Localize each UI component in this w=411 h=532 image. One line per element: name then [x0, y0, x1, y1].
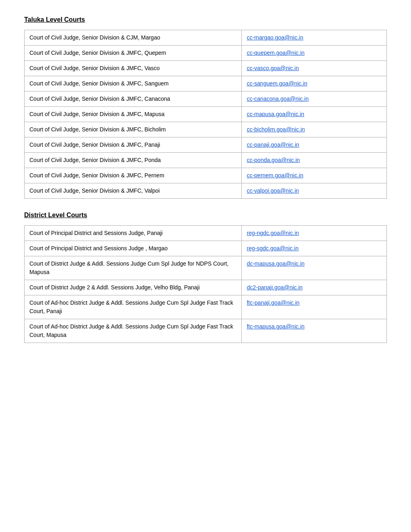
court-email-link[interactable]: cc-pernem.goa@nic.in — [247, 172, 303, 179]
table-row: Court of Civil Judge, Senior Division & … — [25, 183, 387, 199]
taluka-table: Court of Civil Judge, Senior Division & … — [24, 30, 387, 199]
district-section-title: District Level Courts — [24, 212, 387, 219]
table-row: Court of Civil Judge, Senior Division & … — [25, 46, 387, 61]
table-row: Court of Civil Judge, Senior Division & … — [25, 122, 387, 137]
court-email-link[interactable]: dc2-panaji.goa@nic.in — [247, 284, 303, 291]
table-row: Court of District Judge 2 & Addl. Sessio… — [25, 280, 387, 295]
court-email-link[interactable]: reg-sgdc.goa@nic.in — [247, 245, 299, 251]
court-email-cell: cc-margao.goa@nic.in — [242, 30, 387, 46]
court-name: Court of District Judge & Addl. Sessions… — [25, 256, 242, 280]
table-row: Court of District Judge & Addl. Sessions… — [25, 256, 387, 280]
table-row: Court of Ad-hoc District Judge & Addl. S… — [25, 295, 387, 319]
court-email-cell: cc-valpoi.goa@nic.in — [242, 183, 387, 199]
court-email-cell: cc-sanguem.goa@nic.in — [242, 76, 387, 91]
court-email-link[interactable]: ftc-panaji.goa@nic.in — [247, 299, 299, 306]
table-row: Court of Civil Judge, Senior Division & … — [25, 91, 387, 107]
table-row: Court of Civil Judge, Senior Division & … — [25, 137, 387, 153]
court-email-cell: cc-panaji.goa@nic.in — [242, 137, 387, 153]
court-email-cell: cc-mapusa.goa@nic.in — [242, 107, 387, 122]
district-table: Court of Principal District and Sessions… — [24, 225, 387, 343]
court-email-link[interactable]: dc-mapusa.goa@nic.in — [247, 260, 304, 267]
table-row: Court of Civil Judge, Senior Division & … — [25, 168, 387, 183]
table-row: Court of Ad-hoc District Judge & Addl. S… — [25, 319, 387, 343]
court-email-link[interactable]: cc-quepem.goa@nic.in — [247, 50, 304, 56]
court-email-link[interactable]: ftc-mapusa.goa@nic.in — [247, 323, 304, 330]
table-row: Court of Civil Judge, Senior Division & … — [25, 153, 387, 168]
court-name: Court of District Judge 2 & Addl. Sessio… — [25, 280, 242, 295]
district-section: District Level Courts Court of Principal… — [24, 212, 387, 343]
court-email-link[interactable]: cc-panaji.goa@nic.in — [247, 141, 299, 148]
table-row: Court of Civil Judge, Senior Division & … — [25, 61, 387, 76]
court-name: Court of Civil Judge, Senior Division & … — [25, 168, 242, 183]
table-row: Court of Civil Judge, Senior Division & … — [25, 76, 387, 91]
court-email-link[interactable]: cc-sanguem.goa@nic.in — [247, 80, 307, 87]
table-row: Court of Principal District and Sessions… — [25, 226, 387, 241]
court-email-cell: dc2-panaji.goa@nic.in — [242, 280, 387, 295]
court-email-link[interactable]: cc-bicholim.goa@nic.in — [247, 126, 305, 133]
court-name: Court of Civil Judge, Senior Division & … — [25, 30, 242, 46]
court-email-cell: reg-sgdc.goa@nic.in — [242, 241, 387, 256]
court-name: Court of Civil Judge, Senior Division & … — [25, 183, 242, 199]
court-name: Court of Civil Judge, Senior Division & … — [25, 76, 242, 91]
court-email-link[interactable]: cc-ponda.goa@nic.in — [247, 157, 300, 163]
table-row: Court of Civil Judge, Senior Division & … — [25, 30, 387, 46]
court-email-link[interactable]: cc-margao.goa@nic.in — [247, 34, 303, 41]
court-email-cell: cc-ponda.goa@nic.in — [242, 153, 387, 168]
court-email-link[interactable]: cc-canacona.goa@nic.in — [247, 96, 309, 102]
court-name: Court of Civil Judge, Senior Division & … — [25, 46, 242, 61]
court-email-cell: cc-quepem.goa@nic.in — [242, 46, 387, 61]
court-name: Court of Civil Judge, Senior Division & … — [25, 107, 242, 122]
court-email-cell: ftc-mapusa.goa@nic.in — [242, 319, 387, 343]
court-name: Court of Ad-hoc District Judge & Addl. S… — [25, 295, 242, 319]
taluka-section: Taluka Level Courts Court of Civil Judge… — [24, 16, 387, 199]
court-email-cell: dc-mapusa.goa@nic.in — [242, 256, 387, 280]
court-email-cell: ftc-panaji.goa@nic.in — [242, 295, 387, 319]
court-name: Court of Principal District and Sessions… — [25, 241, 242, 256]
court-name: Court of Civil Judge, Senior Division & … — [25, 122, 242, 137]
taluka-section-title: Taluka Level Courts — [24, 16, 387, 23]
court-email-cell: cc-canacona.goa@nic.in — [242, 91, 387, 107]
court-name: Court of Civil Judge, Senior Division & … — [25, 153, 242, 168]
court-name: Court of Ad-hoc District Judge & Addl. S… — [25, 319, 242, 343]
table-row: Court of Civil Judge, Senior Division & … — [25, 107, 387, 122]
court-name: Court of Civil Judge, Senior Division & … — [25, 91, 242, 107]
court-email-cell: cc-pernem.goa@nic.in — [242, 168, 387, 183]
court-name: Court of Civil Judge, Senior Division & … — [25, 61, 242, 76]
court-email-cell: cc-bicholim.goa@nic.in — [242, 122, 387, 137]
court-email-link[interactable]: cc-vasco.goa@nic.in — [247, 65, 299, 71]
court-email-link[interactable]: reg-ngdc.goa@nic.in — [247, 230, 299, 236]
court-email-link[interactable]: cc-mapusa.goa@nic.in — [247, 111, 304, 117]
court-name: Court of Principal District and Sessions… — [25, 226, 242, 241]
court-email-link[interactable]: cc-valpoi.goa@nic.in — [247, 187, 299, 194]
court-email-cell: reg-ngdc.goa@nic.in — [242, 226, 387, 241]
table-row: Court of Principal District and Sessions… — [25, 241, 387, 256]
court-name: Court of Civil Judge, Senior Division & … — [25, 137, 242, 153]
court-email-cell: cc-vasco.goa@nic.in — [242, 61, 387, 76]
